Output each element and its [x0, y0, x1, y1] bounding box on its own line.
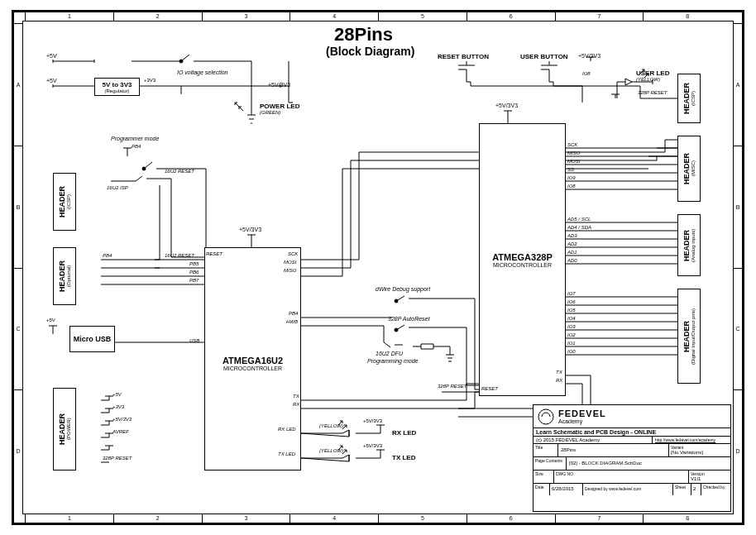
pin-ad1: AD1 — [567, 250, 577, 255]
lbl-dfu: 16U2 DFU — [376, 351, 403, 356]
svg-point-4 — [538, 409, 553, 424]
lbl-io8: IO8 — [582, 71, 591, 76]
pin-reset-u2: RESET — [481, 386, 498, 391]
pin-mosi-u2: MOSI — [567, 159, 580, 164]
pin-sck-u1: SCK — [288, 251, 298, 256]
lbl-pwr-5v: +5V — [112, 392, 122, 397]
diagram-title: 28Pins — [334, 24, 393, 45]
lbl-pwr-avref: AVREF — [112, 429, 129, 434]
pin-hwb-u1: HWB — [286, 319, 298, 324]
svg-point-2 — [395, 299, 398, 303]
lbl-5v3v3-u2: +5V/3V3 — [495, 103, 518, 108]
lbl-autorst: 328P AutoReset — [388, 316, 429, 322]
lbl-io-sel: IO voltage selection — [177, 69, 227, 75]
pin-rx-u2: RX — [556, 378, 562, 383]
pin-16u2reset-opt: 16U2 RESET — [165, 253, 194, 258]
pin-usb-u1: USB — [189, 338, 199, 343]
micro-usb-block: Micro USB — [69, 326, 115, 352]
atmega328p-block: ATMEGA328P MICROCONTROLLER — [479, 123, 566, 396]
regulator-block: 5V to 3V3 (Regulator) — [94, 78, 140, 96]
pin-reset-u1: RESET — [206, 251, 222, 256]
lbl-5v3v3-1: +5V/3V3 — [268, 82, 290, 88]
svg-point-0 — [179, 60, 183, 63]
lbl-dfu2: Programming mode — [367, 358, 418, 364]
svg-point-3 — [395, 328, 398, 332]
lbl-rxled-yel: (YELLOW) — [319, 423, 343, 428]
pin-pb7-opt: PB7 — [189, 278, 199, 283]
pin-io5: IO5 — [567, 308, 576, 313]
lbl-txled-v: +5V/3V3 — [363, 443, 382, 448]
atmega16u2-block: ATMEGA16U2 MICROCONTROLLER — [204, 247, 301, 471]
pin-io6: IO6 — [567, 299, 576, 304]
lbl-pwr-3v3: +3V3 — [112, 404, 124, 409]
lbl-txled-yel: (YELLOW) — [319, 448, 343, 453]
lbl-power-led-sub: (GREEN) — [260, 110, 280, 115]
lbl-5v-1: +5V — [46, 53, 57, 59]
pin-miso-u1: MISO — [284, 268, 296, 273]
lbl-power-led: POWER LED — [260, 103, 299, 110]
pin-pb4-opt: PB4 — [103, 253, 112, 258]
pin-rxled-u1: RX LED — [278, 427, 296, 432]
lbl-user-led-sub: (YELLOW) — [636, 77, 660, 82]
lbl-5v-2: +5V — [46, 78, 57, 84]
lbl-5v3v3-top: +5V/3V3 — [578, 53, 600, 59]
lbl-16u2-isp: 16U2 ISP — [107, 185, 128, 190]
pin-ad3: AD3 — [567, 233, 577, 238]
pin-rx-u1: RX — [293, 402, 299, 407]
diagram-subtitle: (Block Diagram) — [326, 45, 414, 58]
pin-ad2: AD2 — [567, 241, 577, 246]
pin-pb4-u1: PB4 — [289, 311, 298, 316]
pin-io2: IO2 — [567, 332, 576, 337]
pin-miso-u2: MISO — [567, 150, 580, 155]
pin-io1: IO1 — [567, 341, 576, 346]
title-block: FEDEVELAcademy Learn Schematic and PCB D… — [533, 404, 731, 512]
pin-mosi-u1: MOSI — [284, 260, 296, 265]
lbl-328p-reset-l: 328P RESET — [438, 384, 467, 389]
header-icsp1: HEADER(ICSP) — [53, 173, 76, 231]
pin-io7: IO7 — [567, 291, 576, 296]
lbl-user-led: USER LED — [636, 69, 669, 77]
pin-sck-u2: SCK — [567, 142, 577, 147]
lbl-pb4-top: PB4 — [132, 144, 141, 149]
pin-io3: IO3 — [567, 324, 576, 329]
header-icsp2: HEADER(ICSP) — [677, 74, 701, 123]
fedevel-logo-icon — [537, 408, 555, 426]
pin-io0: IO0 — [567, 349, 576, 354]
pin-ad5: AD5 / SCL — [567, 217, 591, 222]
pin-ss-u2: SS — [567, 167, 574, 172]
pin-txled-u1: TX LED — [278, 451, 295, 456]
lbl-tx-led: TX LED — [392, 454, 415, 461]
lbl-reset-btn: RESET BUTTON — [438, 53, 489, 60]
pin-io9-u2: IO9 — [567, 175, 576, 180]
lbl-prog-mode: Programmer mode — [111, 136, 159, 141]
header-optional: HEADER(Optional) — [53, 247, 76, 305]
lbl-328p-reset-r: 328P RESET — [638, 90, 667, 95]
lbl-pwr-328prst: 328P RESET — [103, 456, 132, 461]
pin-tx-u2: TX — [556, 370, 562, 375]
pin-io8-u2: IO8 — [567, 184, 576, 189]
pin-pb5-opt: PB5 — [189, 261, 199, 266]
lbl-rx-led: RX LED — [392, 429, 416, 437]
lbl-3v3-reg: +3V3 — [144, 78, 156, 83]
pin-ad4: AD4 / SDA — [567, 225, 591, 230]
pin-ad0: AD0 — [567, 258, 577, 263]
pin-tx-u1: TX — [293, 394, 299, 399]
header-misc: HEADER(MISC) — [677, 136, 701, 202]
pin-pb6-opt: PB6 — [189, 270, 199, 275]
header-power: HEADER(POWER) — [53, 388, 76, 471]
lbl-pwr-5v3v3: +5V/3V3 — [112, 417, 132, 422]
lbl-5v-usb: +5V — [46, 318, 55, 322]
header-analog: HEADER(Analog inputs) — [677, 214, 701, 276]
svg-point-1 — [142, 167, 146, 170]
lbl-16u2-reset: 16U2 RESET — [165, 169, 194, 174]
pin-io4: IO4 — [567, 316, 576, 321]
header-digital: HEADER(Digital Input/Output pins) — [677, 289, 701, 384]
lbl-user-btn: USER BUTTON — [520, 53, 568, 60]
lbl-dwire: dWire Debug support — [376, 286, 430, 292]
lbl-5v3v3-u1: +5V/3V3 — [239, 227, 261, 232]
lbl-rxled-v: +5V/3V3 — [363, 418, 382, 423]
